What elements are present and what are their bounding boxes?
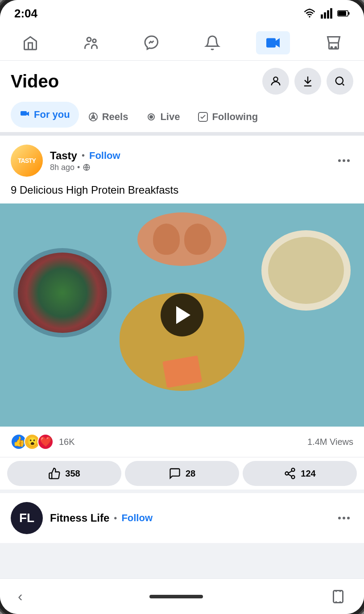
post2-dot-3 bbox=[347, 517, 350, 519]
post2-avatar[interactable]: FL bbox=[11, 502, 43, 534]
meta-dot: • bbox=[77, 163, 80, 172]
phone-frame: 2:04 bbox=[0, 0, 364, 614]
more-dot-3 bbox=[347, 159, 350, 162]
section-divider bbox=[0, 132, 364, 136]
person-icon bbox=[269, 75, 282, 87]
bottom-bar: ‹ bbox=[0, 578, 364, 614]
post2-header: FL Fitness Life • Follow bbox=[0, 493, 364, 543]
reactions-row: 👍 😮 ❤️ 16K 1.4M Views bbox=[0, 427, 364, 457]
more-dot-2 bbox=[343, 159, 345, 162]
header-actions bbox=[262, 68, 353, 95]
tab-following-label: Following bbox=[212, 111, 258, 123]
search-button[interactable] bbox=[327, 68, 353, 95]
messenger-icon bbox=[144, 35, 160, 51]
profile-button[interactable] bbox=[262, 68, 289, 95]
nav-messenger[interactable] bbox=[135, 31, 169, 54]
tab-following[interactable]: Following bbox=[189, 102, 267, 132]
download-button[interactable] bbox=[294, 68, 321, 95]
tab-reels[interactable]: Reels bbox=[79, 102, 137, 132]
home-indicator[interactable] bbox=[149, 595, 203, 598]
tabs-row: For you Reels Live bbox=[11, 102, 353, 132]
svg-point-13 bbox=[336, 77, 343, 84]
nav-marketplace[interactable] bbox=[317, 31, 351, 54]
tab-for-you[interactable]: For you bbox=[11, 102, 79, 128]
avatar[interactable]: TASTY bbox=[11, 145, 43, 177]
reaction-count: 16K bbox=[59, 437, 75, 447]
svg-rect-0 bbox=[321, 14, 323, 18]
reactions-left: 👍 😮 ❤️ 16K bbox=[11, 434, 75, 450]
signal-icon bbox=[320, 7, 333, 20]
author-name: Tasty bbox=[50, 149, 77, 162]
back-button[interactable]: ‹ bbox=[18, 588, 23, 605]
like-button[interactable]: 358 bbox=[7, 461, 121, 486]
like-count: 358 bbox=[65, 469, 80, 479]
more-dot-1 bbox=[338, 159, 341, 162]
share-button[interactable]: 124 bbox=[243, 461, 357, 486]
download-icon bbox=[302, 75, 314, 87]
svg-rect-3 bbox=[330, 8, 332, 18]
svg-point-11 bbox=[335, 47, 336, 48]
play-button[interactable] bbox=[161, 294, 203, 336]
bowl-left bbox=[13, 248, 112, 337]
action-buttons: 358 28 124 bbox=[0, 457, 364, 490]
reaction-emojis: 👍 😮 ❤️ bbox=[11, 434, 54, 450]
post2-author: FL Fitness Life • Follow bbox=[11, 502, 153, 534]
globe-icon bbox=[83, 163, 91, 171]
love-reaction: ❤️ bbox=[37, 434, 54, 450]
svg-point-12 bbox=[273, 77, 277, 81]
nav-friends[interactable] bbox=[74, 31, 108, 54]
svg-rect-24 bbox=[334, 590, 343, 602]
video-icon bbox=[265, 35, 281, 51]
post2-more-button[interactable] bbox=[335, 513, 353, 523]
rotate-icon[interactable] bbox=[330, 589, 346, 605]
post1-title: 9 Delicious High Protein Breakfasts bbox=[0, 182, 364, 203]
nav-home[interactable] bbox=[13, 31, 47, 54]
reels-icon bbox=[88, 112, 99, 122]
svg-point-22 bbox=[285, 472, 289, 475]
svg-point-8 bbox=[93, 39, 96, 42]
status-bar: 2:04 bbox=[0, 0, 364, 25]
svg-point-17 bbox=[149, 115, 153, 119]
author-info: Tasty • Follow 8h ago • bbox=[50, 149, 120, 172]
wifi-icon bbox=[303, 7, 316, 20]
svg-rect-5 bbox=[348, 12, 350, 15]
svg-rect-1 bbox=[324, 12, 326, 19]
post2-dot-2 bbox=[343, 517, 345, 519]
notifications-icon bbox=[204, 35, 220, 51]
share-count: 124 bbox=[301, 469, 315, 479]
fitness-avatar-bg: FL bbox=[11, 502, 43, 534]
comment-count: 28 bbox=[186, 469, 195, 479]
svg-point-23 bbox=[292, 476, 295, 479]
post-card-1: TASTY Tasty • Follow 8h ago • bbox=[0, 136, 364, 490]
nav-bar bbox=[0, 25, 364, 61]
post-card-2: FL Fitness Life • Follow bbox=[0, 493, 364, 543]
for-you-icon bbox=[20, 109, 30, 120]
tab-reels-label: Reels bbox=[102, 111, 128, 123]
post2-dot-1 bbox=[338, 517, 341, 519]
friends-icon bbox=[83, 35, 99, 51]
nav-notifications[interactable] bbox=[195, 31, 229, 54]
bowl-top bbox=[137, 212, 227, 266]
post1-header: TASTY Tasty • Follow 8h ago • bbox=[0, 136, 364, 182]
svg-point-10 bbox=[331, 47, 332, 48]
post2-name-row: Fitness Life • Follow bbox=[50, 512, 153, 524]
marketplace-icon bbox=[326, 35, 342, 51]
status-time: 2:04 bbox=[14, 7, 37, 21]
share-icon bbox=[284, 467, 296, 480]
comment-button[interactable]: 28 bbox=[125, 461, 239, 486]
follow-button[interactable]: Follow bbox=[89, 150, 120, 162]
thumbs-up-icon bbox=[48, 467, 61, 480]
dot-sep: • bbox=[82, 150, 85, 161]
svg-point-21 bbox=[292, 468, 295, 471]
page-title: Video bbox=[11, 71, 59, 91]
nav-video[interactable] bbox=[256, 31, 290, 54]
video-thumbnail[interactable] bbox=[0, 203, 364, 427]
following-icon bbox=[198, 112, 208, 122]
tab-live[interactable]: Live bbox=[137, 102, 189, 132]
post2-follow-button[interactable]: Follow bbox=[121, 512, 153, 524]
svg-rect-2 bbox=[327, 10, 329, 19]
live-icon bbox=[146, 112, 157, 122]
svg-rect-14 bbox=[21, 111, 27, 116]
more-options-button[interactable] bbox=[335, 156, 353, 166]
search-icon bbox=[334, 75, 346, 87]
